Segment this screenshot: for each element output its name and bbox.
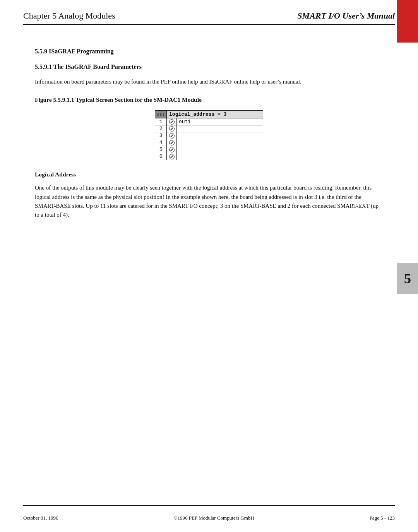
footer-date: October 01, 1996 [23, 515, 58, 521]
diagram-row-label [177, 146, 263, 153]
no-entry-icon [169, 126, 175, 132]
logical-address-title: Logical Address [35, 171, 383, 178]
footer: October 01, 1996 ©1996 PEP Modular Compu… [0, 515, 418, 521]
logical-address-text: One of the outputs of this module may be… [35, 183, 383, 219]
intro-paragraph: Information on board parameters may be f… [35, 77, 383, 86]
diagram-row: 3 [155, 132, 263, 139]
diagram-row-label [177, 139, 263, 146]
diagram-row-label [177, 125, 263, 132]
main-content: 5.5.9 ISaGRAF Programming 5.5.9.1 The IS… [0, 25, 418, 219]
diagram-row-number: 5 [155, 146, 167, 153]
diagram-row-icon [167, 146, 177, 153]
diagram-row-label [177, 132, 263, 139]
diagram-row-number: 1 [155, 118, 167, 125]
diagram-header-row: ▮▮▮ logical_address = 3 [155, 111, 263, 118]
diagram-row-number: 6 [155, 153, 167, 160]
diagram-row-number: 4 [155, 139, 167, 146]
section-5591-title: 5.5.9.1 The ISaGRAF Board Parameters [35, 63, 383, 70]
diagram-row-icon [167, 118, 177, 125]
diagram-row-number: 3 [155, 132, 167, 139]
diagram-row-label [177, 153, 263, 160]
section-559-title: 5.5.9 ISaGRAF Programming [35, 48, 383, 55]
header-manual-title: SMART I/O User’s Manual [297, 11, 395, 21]
chapter-tab-red [397, 0, 418, 43]
diagram-row-number: 2 [155, 125, 167, 132]
no-entry-icon [169, 133, 175, 139]
figure-title: Figure 5.5.9.1.1 Typical Screen Section … [35, 96, 383, 103]
diagram-row: 2 [155, 125, 263, 132]
header-chapter-title: Chapter 5 Analog Modules [23, 11, 115, 21]
diagram-row-icon [167, 125, 177, 132]
footer-copyright: ©1996 PEP Modular Computers GmbH [174, 515, 254, 521]
diagram-row-icon [167, 132, 177, 139]
diagram-header-text: logical_address = 3 [167, 111, 263, 118]
diagram-row: 1out1 [155, 118, 263, 125]
diagram-row-label: out1 [177, 118, 263, 125]
footer-page: Page 5 - 123 [370, 515, 395, 521]
diagram-row: 4 [155, 139, 263, 146]
diagram-row-icon [167, 139, 177, 146]
diagram-table: ▮▮▮ logical_address = 3 1out123456 [155, 110, 263, 160]
no-entry-icon [169, 140, 175, 145]
diagram-wrapper: ▮▮▮ logical_address = 3 1out123456 [35, 110, 383, 160]
side-tab-number: 5 [397, 263, 418, 294]
diagram-row-icon [167, 153, 177, 160]
diagram-row: 6 [155, 153, 263, 160]
page: Chapter 5 Analog Modules SMART I/O User’… [0, 0, 418, 532]
header: Chapter 5 Analog Modules SMART I/O User’… [0, 0, 418, 21]
no-entry-icon [169, 119, 175, 125]
no-entry-icon [169, 154, 175, 159]
diagram-header-icon: ▮▮▮ [155, 111, 167, 118]
no-entry-icon [169, 147, 175, 152]
diagram-row: 5 [155, 146, 263, 153]
footer-rule [23, 505, 395, 506]
